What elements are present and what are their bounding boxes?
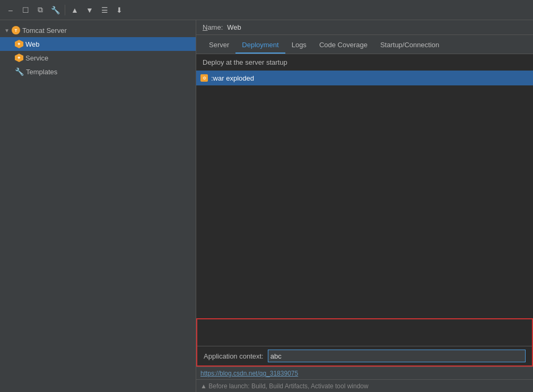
deploy-item-label: :war exploded <box>211 74 254 82</box>
service-icon: ✦ <box>15 40 23 48</box>
wrench-icon: 🔧 <box>15 67 24 76</box>
tab-bar: Server Deployment Logs Code Coverage Sta… <box>196 35 533 54</box>
deploy-list: ⚙ :war exploded <box>196 71 533 316</box>
statusbar: https://blog.csdn.net/qq_31839075 <box>196 367 533 379</box>
up-button[interactable]: ▲ <box>68 4 81 16</box>
tab-logs[interactable]: Logs <box>285 37 313 54</box>
app-context-label: Application context: <box>204 352 264 360</box>
bottom-bordered-section: Application context: <box>196 318 533 367</box>
app-context-input[interactable] <box>268 350 526 362</box>
sidebar-item-label: Templates <box>26 68 57 76</box>
sidebar-item-label: Tomcat Server <box>22 27 67 34</box>
toolbar: – ☐ ⧉ 🔧 ▲ ▼ ☰ ⬇ <box>0 0 533 20</box>
tab-code-coverage[interactable]: Code Coverage <box>313 37 374 54</box>
sidebar-item-label: Service <box>25 54 48 62</box>
tab-deployment[interactable]: Deployment <box>235 37 285 54</box>
name-label-text: ame: <box>207 23 223 31</box>
tab-server[interactable]: Server <box>203 37 235 54</box>
content-area: Name: Server Deployment Logs Code Covera… <box>196 20 533 392</box>
sort-button[interactable]: ⬇ <box>113 4 126 16</box>
copy-button[interactable]: ⧉ <box>34 4 47 16</box>
name-input[interactable] <box>227 23 527 31</box>
settings-button[interactable]: 🔧 <box>49 4 62 16</box>
deploy-label: Deploy at the server startup <box>196 54 533 71</box>
deploy-item-icon: ⚙ <box>200 74 208 82</box>
tree: ▼ T Tomcat Server ✦ Web ✦ Service 🔧 Temp… <box>0 20 196 82</box>
maximize-button[interactable]: ☐ <box>19 4 32 16</box>
bottom-hint-text: ▲ Before launch: Build, Build Artifacts,… <box>200 382 369 390</box>
down-button[interactable]: ▼ <box>83 4 96 16</box>
name-bar: Name: <box>196 20 533 35</box>
main-area: ▼ T Tomcat Server ✦ Web ✦ Service 🔧 Temp… <box>0 20 533 392</box>
deploy-list-item[interactable]: ⚙ :war exploded <box>196 71 533 85</box>
sidebar-item-label: Web <box>25 40 40 48</box>
toolbar-separator <box>65 5 65 15</box>
red-border-container: Application context: <box>196 318 533 367</box>
bottom-hint-bar: ▲ Before launch: Build, Build Artifacts,… <box>196 379 533 392</box>
sidebar: ▼ T Tomcat Server ✦ Web ✦ Service 🔧 Temp… <box>0 20 196 392</box>
menu-button[interactable]: ☰ <box>98 4 111 16</box>
tab-startup-connection[interactable]: Startup/Connection <box>374 37 445 54</box>
service-icon: ✦ <box>15 54 23 62</box>
expand-icon: ▼ <box>4 28 10 33</box>
app-context-row: Application context: <box>197 346 532 365</box>
action-area <box>197 319 532 346</box>
sidebar-item-templates[interactable]: 🔧 Templates <box>0 65 196 79</box>
tomcat-icon: T <box>12 26 20 34</box>
name-label: Name: <box>203 23 223 31</box>
sidebar-item-web[interactable]: ✦ Web <box>0 37 196 51</box>
sidebar-item-tomcat-server[interactable]: ▼ T Tomcat Server <box>0 23 196 37</box>
minimize-button[interactable]: – <box>4 4 17 16</box>
sidebar-item-service[interactable]: ✦ Service <box>0 51 196 65</box>
statusbar-url[interactable]: https://blog.csdn.net/qq_31839075 <box>200 370 298 377</box>
deployment-area: Deploy at the server startup ⚙ :war expl… <box>196 54 533 367</box>
